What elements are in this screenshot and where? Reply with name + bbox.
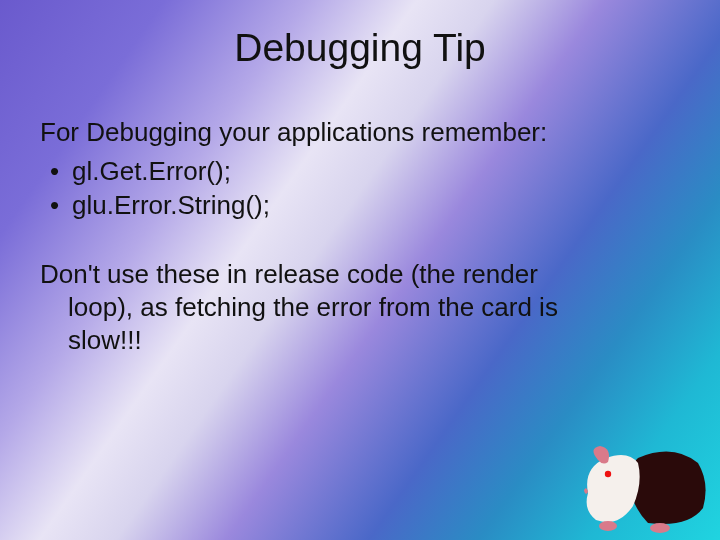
intro-text: For Debugging your applications remember… [40, 116, 680, 149]
bullet-item: gl.Get.Error(); [50, 155, 680, 188]
warning-line: loop), as fetching the error from the ca… [40, 291, 680, 324]
slide-title: Debugging Tip [40, 26, 680, 70]
warning-line: Don't use these in release code (the ren… [40, 259, 538, 289]
slide-body: For Debugging your applications remember… [40, 116, 680, 358]
bullet-list: gl.Get.Error(); glu.Error.String(); [50, 155, 680, 222]
svg-point-1 [599, 521, 617, 531]
warning-text: Don't use these in release code (the ren… [40, 258, 680, 358]
slide: Debugging Tip For Debugging your applica… [0, 0, 720, 540]
svg-point-2 [650, 523, 670, 533]
bullet-item: glu.Error.String(); [50, 189, 680, 222]
warning-line: slow!!! [40, 324, 680, 357]
svg-point-0 [605, 471, 611, 477]
guinea-pig-icon [578, 438, 710, 534]
